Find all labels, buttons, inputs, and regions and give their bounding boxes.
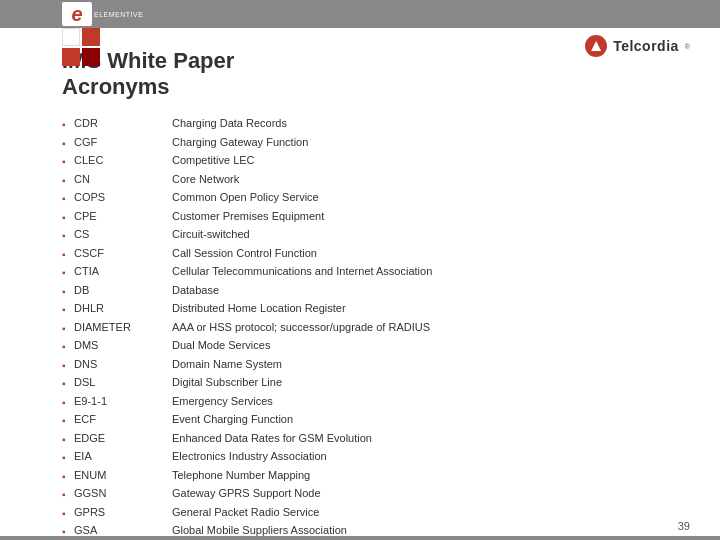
acronym-key: ECF — [74, 411, 96, 428]
bullet-icon: ▪ — [62, 117, 70, 133]
acronym-key: E9-1-1 — [74, 393, 107, 410]
acronym-value: Cellular Telecommunications and Internet… — [172, 263, 658, 282]
acronym-value: Telephone Number Mapping — [172, 466, 658, 485]
bullet-icon: ▪ — [62, 506, 70, 522]
list-item: ▪EIA — [62, 448, 172, 467]
bullet-icon: ▪ — [62, 136, 70, 152]
sq-bottom-left — [62, 48, 80, 66]
bullet-icon: ▪ — [62, 469, 70, 485]
list-item: ▪CSCF — [62, 244, 172, 263]
acronym-value: General Packet Radio Service — [172, 503, 658, 522]
acronym-key: GGSN — [74, 485, 106, 502]
acronym-key: DB — [74, 282, 89, 299]
list-item: ▪DIAMETER — [62, 318, 172, 337]
logo-e-icon: e — [62, 2, 92, 26]
bullet-icon: ▪ — [62, 395, 70, 411]
acronym-value: Domain Name System — [172, 355, 658, 374]
acronym-value: Digital Subscriber Line — [172, 374, 658, 393]
telcordia-icon — [585, 35, 607, 57]
bullet-icon: ▪ — [62, 247, 70, 263]
acronym-value: Call Session Control Function — [172, 244, 658, 263]
list-item: ▪GGSN — [62, 485, 172, 504]
acronym-key: DIAMETER — [74, 319, 131, 336]
bullet-icon: ▪ — [62, 284, 70, 300]
sq-top-left — [62, 28, 80, 46]
page-title: IMS White Paper Acronyms — [62, 48, 658, 101]
list-item: ▪EDGE — [62, 429, 172, 448]
acronym-value: Core Network — [172, 170, 658, 189]
list-item: ▪COPS — [62, 189, 172, 208]
list-item: ▪ECF — [62, 411, 172, 430]
acronym-value: Gateway GPRS Support Node — [172, 485, 658, 504]
acronym-key: COPS — [74, 189, 105, 206]
bullet-icon: ▪ — [62, 228, 70, 244]
bullet-icon: ▪ — [62, 376, 70, 392]
bullet-icon: ▪ — [62, 173, 70, 189]
acronym-value: Dual Mode Services — [172, 337, 658, 356]
acronym-key: CS — [74, 226, 89, 243]
bullet-icon: ▪ — [62, 302, 70, 318]
list-item: ▪GPRS — [62, 503, 172, 522]
company-name: ELEMENTIVE — [94, 11, 143, 18]
acronym-key: DSL — [74, 374, 95, 391]
bullet-icon: ▪ — [62, 432, 70, 448]
acronym-value: Emergency Services — [172, 392, 658, 411]
brand-squares — [62, 28, 100, 66]
bullet-icon: ▪ — [62, 413, 70, 429]
list-item: ▪ENUM — [62, 466, 172, 485]
acronym-key: CN — [74, 171, 90, 188]
list-item: ▪DSL — [62, 374, 172, 393]
list-item: ▪CDR — [62, 115, 172, 134]
acronym-key: DNS — [74, 356, 97, 373]
list-item: ▪DHLR — [62, 300, 172, 319]
acronym-key: CGF — [74, 134, 97, 151]
acronym-value: Customer Premises Equipment — [172, 207, 658, 226]
list-item: ▪CTIA — [62, 263, 172, 282]
acronym-value: Common Open Policy Service — [172, 189, 658, 208]
list-item: ▪CPE — [62, 207, 172, 226]
list-item: ▪CS — [62, 226, 172, 245]
acronym-key: EDGE — [74, 430, 105, 447]
bullet-icon: ▪ — [62, 358, 70, 374]
bottom-bar — [0, 536, 720, 540]
list-item: ▪DNS — [62, 355, 172, 374]
acronym-value: Circuit-switched — [172, 226, 658, 245]
acronym-value: Event Charging Function — [172, 411, 658, 430]
bullet-icon: ▪ — [62, 210, 70, 226]
acronym-value: Database — [172, 281, 658, 300]
list-item: ▪E9-1-1 — [62, 392, 172, 411]
list-item: ▪CLEC — [62, 152, 172, 171]
acronym-value: Charging Gateway Function — [172, 133, 658, 152]
page-number: 39 — [678, 520, 690, 532]
acronym-value: Charging Data Records — [172, 115, 658, 134]
acronym-key: CDR — [74, 115, 98, 132]
sq-bottom-right — [82, 48, 100, 66]
acronym-key: DMS — [74, 337, 98, 354]
acronym-value: Electronics Industry Association — [172, 448, 658, 467]
acronym-key: DHLR — [74, 300, 104, 317]
acronym-key: CSCF — [74, 245, 104, 262]
telcordia-name: Telcordia — [613, 38, 679, 54]
main-content: IMS White Paper Acronyms ▪CDRCharging Da… — [0, 38, 720, 540]
acronym-key: EIA — [74, 448, 92, 465]
acronym-key: CPE — [74, 208, 97, 225]
bullet-icon: ▪ — [62, 339, 70, 355]
list-item: ▪DMS — [62, 337, 172, 356]
bullet-icon: ▪ — [62, 191, 70, 207]
bullet-icon: ▪ — [62, 265, 70, 281]
acronym-value: Distributed Home Location Register — [172, 300, 658, 319]
acronym-value: AAA or HSS protocol; successor/upgrade o… — [172, 318, 658, 337]
acronyms-table: ▪CDRCharging Data Records▪CGFCharging Ga… — [62, 115, 658, 540]
logo-area: e ELEMENTIVE — [62, 2, 143, 26]
sq-top-right — [82, 28, 100, 46]
telcordia-logo: Telcordia ® — [585, 35, 690, 57]
acronym-key: CLEC — [74, 152, 103, 169]
acronym-key: ENUM — [74, 467, 106, 484]
list-item: ▪CGF — [62, 133, 172, 152]
acronym-value: Competitive LEC — [172, 152, 658, 171]
list-item: ▪CN — [62, 170, 172, 189]
bullet-icon: ▪ — [62, 154, 70, 170]
list-item: ▪DB — [62, 281, 172, 300]
acronym-key: GPRS — [74, 504, 105, 521]
acronym-key: CTIA — [74, 263, 99, 280]
